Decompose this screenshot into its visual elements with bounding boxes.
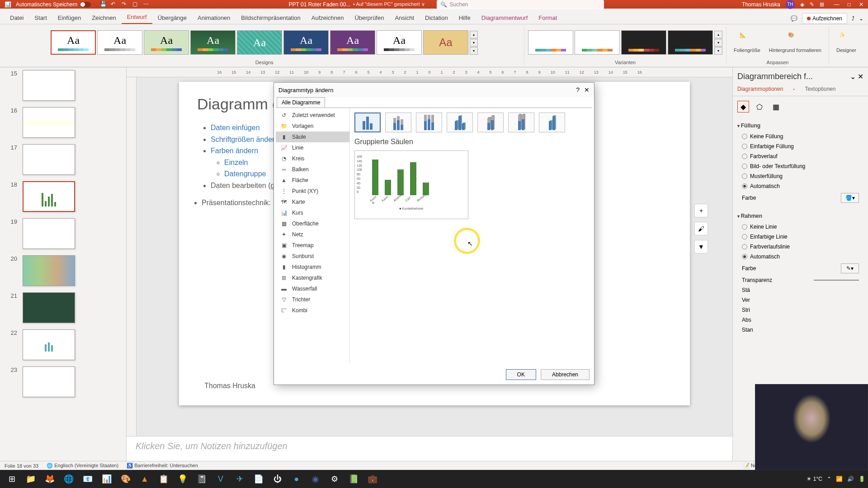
app-icon[interactable]: ⏻ <box>269 471 287 487</box>
radio-auto-line[interactable]: Automatisch <box>737 252 863 262</box>
theme-thumb[interactable]: Aa <box>330 30 375 55</box>
transparency-slider[interactable] <box>814 280 859 281</box>
slide-thumb[interactable]: 23 <box>2 366 124 398</box>
minimize-icon[interactable]: — <box>834 1 840 8</box>
dialog-help-icon[interactable]: ? <box>576 86 580 94</box>
tab-diagrammentwurf[interactable]: Diagrammentwurf <box>476 12 533 24</box>
tab-datei[interactable]: Datei <box>5 12 29 24</box>
radio-solid-fill[interactable]: Einfarbige Füllung <box>737 141 863 151</box>
subtype-3d-100stacked[interactable] <box>508 113 534 132</box>
designer-button[interactable]: ✨Designer <box>833 30 860 55</box>
radio-no-line[interactable]: Keine Linie <box>737 222 863 232</box>
theme-thumb[interactable]: Aa <box>237 30 282 55</box>
document-title[interactable]: PPT 01 Roter Faden 00... <box>289 1 351 8</box>
pen-icon[interactable]: ✎ <box>810 1 814 8</box>
theme-scroll[interactable]: ▴▾▾ <box>470 31 478 55</box>
slide-thumb[interactable]: 21 <box>2 291 124 324</box>
app-icon[interactable]: 🎨 <box>117 471 135 487</box>
app-icon[interactable]: 📄 <box>250 471 268 487</box>
cat-combo[interactable]: ⫍Kombi <box>276 305 349 316</box>
tab-entwurf[interactable]: Entwurf <box>122 11 152 24</box>
cat-box[interactable]: ⊞Kastengrafik <box>276 272 349 283</box>
radio-solid-line[interactable]: Einfarbige Linie <box>737 232 863 242</box>
save-icon[interactable]: 💾 <box>100 1 107 8</box>
chrome-icon[interactable]: 🌐 <box>60 471 78 487</box>
theme-thumb[interactable]: Aa <box>97 30 142 55</box>
subtype-3d-stacked[interactable] <box>477 113 504 132</box>
slide-size-button[interactable]: 📐Foliengröße <box>730 30 764 55</box>
comments-icon[interactable]: 💬 <box>791 15 797 22</box>
collapse-ribbon-icon[interactable]: ⌄ <box>859 15 863 22</box>
tab-text-options[interactable]: Textoptionen <box>805 86 835 92</box>
telegram-icon[interactable]: ✈ <box>231 471 249 487</box>
tab-diagram-options[interactable]: Diagrammoptionen <box>737 86 783 92</box>
volume-icon[interactable]: 🔊 <box>847 476 854 482</box>
share-icon[interactable]: ⤴ <box>852 15 854 22</box>
tab-einfuegen[interactable]: Einfügen <box>52 12 86 24</box>
tab-zeichnen[interactable]: Zeichnen <box>86 12 121 24</box>
slide-counter[interactable]: Folie 18 von 33 <box>5 463 38 469</box>
cat-recent[interactable]: ↺Zuletzt verwendet <box>276 110 349 121</box>
vlc-icon[interactable]: ▲ <box>136 471 154 487</box>
radio-auto-fill[interactable]: Automatisch <box>737 181 863 191</box>
close-pane-icon[interactable]: ✕ <box>858 73 863 80</box>
dialog-close-icon[interactable]: ✕ <box>584 86 590 94</box>
variant-thumb[interactable] <box>528 30 573 55</box>
thumbnail-panel[interactable]: 15 16 17 18 19 20 21 22 23 <box>0 67 127 461</box>
slide-thumb[interactable]: 18 <box>2 180 124 213</box>
maximize-icon[interactable]: □ <box>848 1 851 8</box>
dialog-tab-all[interactable]: Alle Diagramme <box>277 97 325 108</box>
subtype-stacked[interactable] <box>385 113 411 132</box>
undo-icon[interactable]: ↶ <box>111 1 118 8</box>
variant-thumb[interactable] <box>575 30 620 55</box>
cat-stock[interactable]: 📊Kurs <box>276 207 349 218</box>
subtype-3d[interactable] <box>539 113 565 132</box>
variant-thumb[interactable] <box>668 30 713 55</box>
cat-map[interactable]: 🗺Karte <box>276 197 349 207</box>
close-icon[interactable]: ✕ <box>859 1 863 8</box>
cat-line[interactable]: 📈Linie <box>276 142 349 153</box>
size-tab-icon[interactable]: ▦ <box>770 101 782 113</box>
slide-thumb[interactable]: 19 <box>2 217 124 250</box>
onenote-icon[interactable]: 📓 <box>193 471 211 487</box>
slide-thumb[interactable]: 22 <box>2 328 124 361</box>
cancel-button[interactable]: Abbrechen <box>541 369 590 380</box>
chart-filter-button[interactable]: ▼ <box>694 240 708 253</box>
format-bg-button[interactable]: 🎨Hintergrund formatieren <box>765 30 825 55</box>
slide-thumb[interactable]: 15 <box>2 69 124 102</box>
section-fill[interactable]: Füllung <box>737 120 863 131</box>
cat-histogram[interactable]: ▮Histogramm <box>276 262 349 272</box>
ok-button[interactable]: OK <box>506 369 536 380</box>
wifi-icon[interactable]: 📶 <box>836 476 843 482</box>
battery-icon[interactable]: 🔋 <box>859 476 865 482</box>
bullet-link[interactable]: Datengruppe <box>224 170 266 178</box>
bullet-link[interactable]: Daten einfügen <box>211 124 260 131</box>
theme-thumb[interactable]: Aa <box>377 30 422 55</box>
theme-thumb[interactable]: Aa <box>423 30 468 55</box>
cat-pie[interactable]: ◔Kreis <box>276 153 349 164</box>
tab-aufzeichnen[interactable]: Aufzeichnen <box>306 12 349 24</box>
slide-thumb[interactable]: 16 <box>2 106 124 139</box>
search-box[interactable]: 🔍 Suchen <box>437 0 604 9</box>
subtype-100stacked[interactable] <box>416 113 442 132</box>
tab-bildschirm[interactable]: Bildschirmpräsentation <box>236 12 306 24</box>
radio-gradient-line[interactable]: Farbverlaufslinie <box>737 242 863 252</box>
cat-funnel[interactable]: ▽Trichter <box>276 294 349 305</box>
tab-dictation[interactable]: Dictation <box>420 12 453 24</box>
variant-scroll[interactable]: ▴▾▾ <box>714 31 722 55</box>
slide-thumb[interactable]: 20 <box>2 254 124 287</box>
record-button[interactable]: Aufzeichnen <box>802 13 847 24</box>
powerpoint-icon[interactable]: 📊 <box>98 471 116 487</box>
radio-pattern-fill[interactable]: Musterfüllung <box>737 171 863 181</box>
cat-bar[interactable]: ═Balken <box>276 164 349 175</box>
save-location[interactable]: • Auf "diesem PC" gespeichert ∨ <box>353 1 425 7</box>
tab-ueberpruefen[interactable]: Überprüfen <box>349 12 389 24</box>
app-icon[interactable]: 💼 <box>363 471 382 487</box>
outlook-icon[interactable]: 📧 <box>79 471 97 487</box>
cat-area[interactable]: ▲Fläche <box>276 175 349 186</box>
chart-brush-button[interactable]: 🖌 <box>694 222 708 235</box>
effects-tab-icon[interactable]: ⬠ <box>754 101 765 113</box>
variant-thumb[interactable] <box>621 30 666 55</box>
subtype-clustered[interactable] <box>354 113 381 132</box>
cat-templates[interactable]: 📁Vorlagen <box>276 121 349 131</box>
